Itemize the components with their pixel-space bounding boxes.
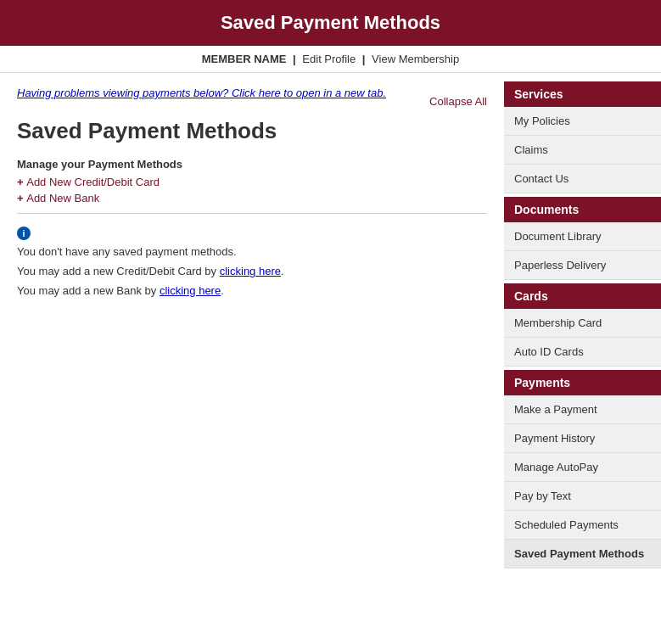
sidebar-section-header-cards: Cards	[504, 283, 661, 309]
sidebar-item-paperless-delivery[interactable]: Paperless Delivery	[504, 251, 661, 280]
add-bank-link[interactable]: Add New Bank	[17, 192, 487, 204]
sidebar-item-pay-by-text[interactable]: Pay by Text	[504, 482, 661, 511]
member-name: MEMBER NAME	[202, 53, 287, 65]
add-bank-text: You may add a new Bank by clicking here.	[17, 284, 487, 297]
sidebar-item-payment-history[interactable]: Payment History	[504, 424, 661, 453]
main-content: Having problems viewing payments below? …	[0, 73, 504, 568]
sep2: |	[362, 53, 366, 65]
collapse-button[interactable]: Collapse All	[429, 87, 487, 111]
top-action-bar: Having problems viewing payments below? …	[17, 81, 487, 111]
sidebar-item-auto-id-cards[interactable]: Auto ID Cards	[504, 338, 661, 367]
alert-bar: Having problems viewing payments below? …	[17, 87, 386, 99]
page-title: Saved Payment Methods	[17, 118, 487, 144]
alert-link[interactable]: Having problems viewing payments below? …	[17, 87, 386, 99]
sep1: |	[293, 53, 296, 65]
divider	[17, 213, 487, 214]
sidebar-item-document-library[interactable]: Document Library	[504, 222, 661, 251]
sidebar-item-claims[interactable]: Claims	[504, 136, 661, 165]
manage-label: Manage your Payment Methods	[17, 158, 487, 171]
subheader-bar: MEMBER NAME | Edit Profile | View Member…	[0, 46, 661, 73]
page-header: Saved Payment Methods	[0, 0, 661, 46]
info-section: i You don't have any saved payment metho…	[17, 226, 487, 297]
sidebar-item-membership-card[interactable]: Membership Card	[504, 309, 661, 338]
sidebar-section-header-documents: Documents	[504, 197, 661, 222]
add-card-text: You may add a new Credit/Debit Card by c…	[17, 265, 487, 277]
add-bank-link-2[interactable]: clicking here	[160, 284, 221, 297]
edit-profile-link[interactable]: Edit Profile	[302, 53, 356, 65]
sidebar-section-header-services: Services	[504, 81, 661, 107]
main-layout: Having problems viewing payments below? …	[0, 73, 661, 568]
add-credit-card-link[interactable]: Add New Credit/Debit Card	[17, 176, 487, 188]
sidebar-item-contact-us[interactable]: Contact Us	[504, 165, 661, 193]
info-icon: i	[17, 227, 31, 240]
view-membership-link[interactable]: View Membership	[372, 53, 459, 65]
no-saved-text: You don't have any saved payment methods…	[17, 245, 487, 258]
sidebar-item-manage-autopay[interactable]: Manage AutoPay	[504, 453, 661, 482]
add-card-link[interactable]: clicking here	[220, 265, 281, 277]
sidebar-item-my-policies[interactable]: My Policies	[504, 107, 661, 136]
sidebar-item-scheduled-payments[interactable]: Scheduled Payments	[504, 511, 661, 540]
sidebar-section-header-payments: Payments	[504, 370, 661, 395]
sidebar-item-make-a-payment[interactable]: Make a Payment	[504, 395, 661, 424]
sidebar-item-saved-payment-methods[interactable]: Saved Payment Methods	[504, 540, 661, 568]
header-title: Saved Payment Methods	[17, 12, 644, 34]
sidebar: ServicesMy PoliciesClaimsContact UsDocum…	[504, 73, 661, 568]
